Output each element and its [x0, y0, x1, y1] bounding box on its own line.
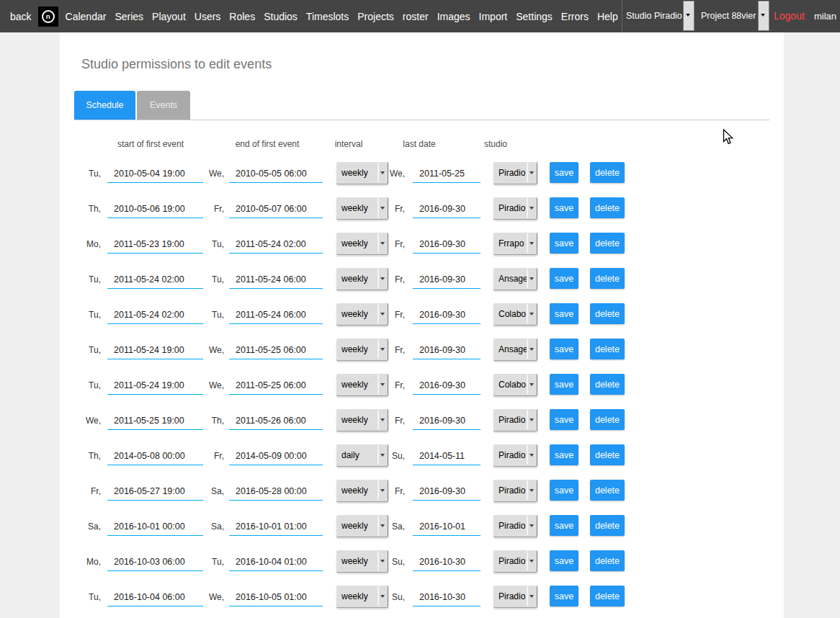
- save-button[interactable]: save: [550, 480, 578, 501]
- app-logo-icon[interactable]: n: [38, 6, 58, 27]
- nav-item-help[interactable]: Help: [597, 11, 618, 22]
- nav-item-timeslots[interactable]: Timeslots: [306, 11, 349, 22]
- save-button[interactable]: save: [550, 197, 578, 218]
- start-input[interactable]: [107, 307, 203, 324]
- end-input[interactable]: [229, 413, 323, 430]
- start-input[interactable]: [107, 589, 203, 606]
- last-date-input[interactable]: [413, 413, 481, 430]
- end-input[interactable]: [229, 589, 323, 606]
- tab-schedule[interactable]: Schedule: [74, 91, 135, 120]
- start-input[interactable]: [107, 272, 203, 289]
- last-date-input[interactable]: [413, 307, 481, 324]
- studio-select[interactable]: Piradio: [493, 444, 537, 467]
- last-date-input[interactable]: [413, 166, 481, 183]
- save-button[interactable]: save: [550, 444, 578, 465]
- logout-link[interactable]: Logout: [774, 0, 805, 32]
- delete-button[interactable]: delete: [590, 303, 625, 324]
- last-date-input[interactable]: [413, 554, 481, 571]
- studio-select[interactable]: Ansage: [493, 268, 537, 290]
- delete-button[interactable]: delete: [590, 233, 625, 254]
- studio-select[interactable]: Ansage: [493, 339, 537, 361]
- delete-button[interactable]: delete: [590, 268, 625, 289]
- nav-item-import[interactable]: Import: [479, 11, 508, 22]
- delete-button[interactable]: delete: [590, 515, 625, 536]
- save-button[interactable]: save: [550, 515, 578, 536]
- end-input[interactable]: [229, 483, 323, 501]
- start-input[interactable]: [107, 483, 203, 501]
- save-button[interactable]: save: [550, 268, 578, 289]
- save-button[interactable]: save: [550, 233, 578, 254]
- studio-select[interactable]: Colabo: [493, 303, 537, 326]
- last-date-input[interactable]: [413, 236, 481, 254]
- end-input[interactable]: [229, 519, 323, 536]
- save-button[interactable]: save: [550, 162, 578, 183]
- studio-select[interactable]: Frrapo: [493, 233, 537, 255]
- tab-events[interactable]: Events: [137, 91, 190, 120]
- delete-button[interactable]: delete: [590, 197, 625, 218]
- end-input[interactable]: [229, 201, 323, 218]
- last-day-label: Fr,: [376, 274, 405, 285]
- nav-item-playout[interactable]: Playout: [152, 11, 186, 22]
- last-date-input[interactable]: [413, 483, 481, 501]
- save-button[interactable]: save: [550, 339, 578, 359]
- nav-item-roles[interactable]: Roles: [229, 11, 255, 22]
- nav-item-errors[interactable]: Errors: [561, 11, 589, 22]
- studio-select[interactable]: Piradio: [493, 197, 537, 220]
- save-button[interactable]: save: [550, 586, 578, 606]
- start-input[interactable]: [107, 448, 203, 465]
- nav-back-link[interactable]: back: [10, 11, 32, 22]
- start-input[interactable]: [107, 201, 203, 218]
- end-input[interactable]: [229, 448, 323, 465]
- delete-button[interactable]: delete: [590, 374, 625, 395]
- delete-button[interactable]: delete: [590, 339, 625, 359]
- studio-select[interactable]: Colabo: [493, 374, 537, 396]
- start-input[interactable]: [107, 166, 203, 183]
- delete-button[interactable]: delete: [590, 480, 625, 501]
- start-input[interactable]: [107, 342, 203, 359]
- start-input[interactable]: [107, 413, 203, 430]
- nav-item-series[interactable]: Series: [115, 11, 143, 22]
- last-date-input[interactable]: [413, 201, 481, 218]
- delete-button[interactable]: delete: [590, 444, 625, 465]
- studio-select[interactable]: Piradio: [493, 409, 537, 431]
- end-input[interactable]: [229, 342, 323, 359]
- studio-select[interactable]: Piradio: [493, 162, 537, 184]
- nav-item-roster[interactable]: roster: [403, 11, 429, 22]
- delete-button[interactable]: delete: [590, 586, 625, 606]
- last-date-input[interactable]: [413, 519, 481, 536]
- nav-item-studios[interactable]: Studios: [264, 11, 298, 22]
- studio-select[interactable]: Piradio: [493, 480, 537, 502]
- end-input[interactable]: [229, 377, 323, 395]
- studio-select[interactable]: Piradio: [493, 586, 537, 608]
- start-input[interactable]: [107, 554, 203, 571]
- nav-item-projects[interactable]: Projects: [357, 11, 394, 22]
- save-button[interactable]: save: [550, 374, 578, 395]
- nav-item-calendar[interactable]: Calendar: [66, 11, 107, 22]
- start-input[interactable]: [107, 519, 203, 536]
- nav-item-users[interactable]: Users: [195, 11, 221, 22]
- last-date-input[interactable]: [413, 448, 481, 465]
- delete-button[interactable]: delete: [590, 162, 625, 183]
- end-input[interactable]: [229, 554, 323, 571]
- end-input[interactable]: [229, 166, 323, 183]
- project-selector-dropdown[interactable]: [758, 1, 769, 31]
- last-date-input[interactable]: [413, 342, 481, 359]
- save-button[interactable]: save: [550, 303, 578, 324]
- delete-button[interactable]: delete: [590, 409, 625, 430]
- start-input[interactable]: [107, 377, 203, 395]
- end-input[interactable]: [229, 272, 323, 289]
- studio-select[interactable]: Piradio: [493, 550, 537, 573]
- end-input[interactable]: [229, 307, 323, 324]
- nav-item-images[interactable]: Images: [437, 11, 470, 22]
- delete-button[interactable]: delete: [590, 550, 625, 571]
- nav-item-settings[interactable]: Settings: [516, 11, 553, 22]
- studio-select[interactable]: Piradio: [493, 515, 537, 537]
- last-date-input[interactable]: [413, 377, 481, 395]
- start-input[interactable]: [107, 236, 203, 254]
- studio-selector-dropdown[interactable]: [683, 1, 694, 31]
- end-input[interactable]: [229, 236, 323, 254]
- save-button[interactable]: save: [550, 409, 578, 430]
- save-button[interactable]: save: [550, 550, 578, 571]
- last-date-input[interactable]: [413, 272, 481, 289]
- last-date-input[interactable]: [413, 589, 481, 606]
